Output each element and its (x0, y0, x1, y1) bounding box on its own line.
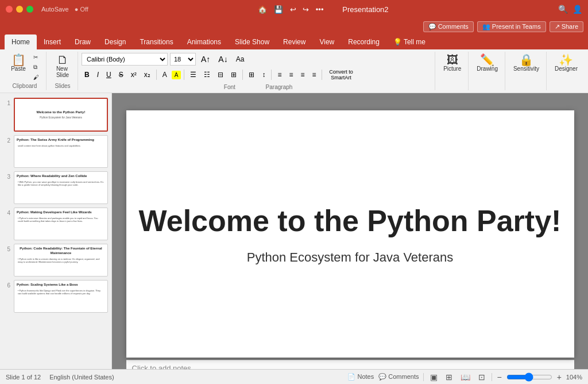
font-size-select[interactable]: 18 (170, 53, 196, 66)
paste-button[interactable]: 📋 Paste (8, 53, 29, 73)
copy-button[interactable]: ⧉ (31, 63, 41, 72)
window-controls[interactable]: AutoSave ● Off (6, 6, 88, 13)
tab-slideshow[interactable]: Slide Show (228, 34, 276, 49)
underline-button[interactable]: U (103, 70, 114, 80)
slide-info: Slide 1 of 12 (6, 374, 41, 381)
align-left-button[interactable]: ≡ (274, 70, 284, 80)
bold-button[interactable]: B (82, 70, 92, 80)
slide-thumb-5[interactable]: 5 Python: Code Readability: The Fountain… (3, 244, 108, 277)
tab-review[interactable]: Review (276, 34, 312, 49)
italic-button[interactable]: I (94, 70, 102, 80)
status-divider2 (492, 373, 492, 381)
tab-transitions[interactable]: Transitions (133, 34, 180, 49)
reading-view-button[interactable]: 📖 (459, 372, 472, 382)
slide-image-3: Python: Where Readability and Zen Collid… (14, 171, 108, 204)
zoom-in-button[interactable]: + (557, 373, 562, 382)
decrease-font-button[interactable]: A↓ (215, 53, 230, 65)
maximize-button[interactable] (26, 6, 33, 13)
zoom-out-button[interactable]: − (497, 373, 501, 382)
tab-home[interactable]: Home (5, 34, 37, 49)
superscript-button[interactable]: x² (128, 70, 140, 80)
ribbon-content: 📋 Paste ✂ ⧉ 🖌 Clipboard 🗋 NewSlide (0, 49, 588, 93)
new-slide-button[interactable]: 🗋 NewSlide (52, 53, 73, 79)
share-button[interactable]: ↗ Share (550, 21, 583, 32)
font-family-select[interactable]: Calibri (Body) (82, 53, 168, 66)
tab-draw[interactable]: Draw (68, 34, 98, 49)
app-title: 🏠 💾 ↩ ↪ ••• Presentation2 (88, 5, 558, 14)
slide-thumb-3[interactable]: 3 Python: Where Readability and Zen Coll… (3, 171, 108, 204)
slides-group: 🗋 NewSlide Slides (48, 52, 78, 90)
designer-group: ✨ Designer (548, 52, 585, 90)
picture-icon: 🖼 (447, 54, 458, 66)
justify-button[interactable]: ≡ (309, 70, 319, 80)
subscript-button[interactable]: x₂ (141, 70, 153, 80)
comments-status-button[interactable]: 💬 Comments (378, 373, 419, 381)
sensitivity-button[interactable]: 🔒 Sensitivity (511, 53, 541, 73)
tab-recording[interactable]: Recording (341, 34, 386, 49)
slide-sorter-button[interactable]: ⊞ (444, 372, 454, 382)
decrease-indent-button[interactable]: ⊟ (215, 70, 226, 80)
slide-thumb-1[interactable]: 1 Welcome to the Python Party! Python Ec… (3, 98, 108, 132)
strikethrough-button[interactable]: S (116, 70, 126, 80)
designer-button[interactable]: ✨ Designer (552, 53, 580, 73)
title-bar: AutoSave ● Off 🏠 💾 ↩ ↪ ••• Presentation2… (0, 0, 588, 18)
format-painter-button[interactable]: 🖌 (31, 73, 41, 82)
drawing-button[interactable]: ✏️ Drawing (474, 53, 500, 73)
autosave-off[interactable]: ● Off (75, 6, 88, 13)
line-spacing-button[interactable]: ↕ (259, 70, 268, 80)
font-para-group: Calibri (Body) 18 A↑ A↓ Aa B I U S x² x₂… (79, 52, 435, 90)
slide-main-title: Welcome to the Python Party! (139, 203, 562, 239)
zoom-level[interactable]: 104% (566, 374, 582, 381)
zoom-slider[interactable] (506, 373, 552, 382)
top-action-area: 💬 Comments 👥 Present in Teams ↗ Share (0, 18, 588, 34)
increase-indent-button[interactable]: ⊞ (228, 70, 239, 80)
cut-button[interactable]: ✂ (31, 53, 41, 62)
language-info: English (United States) (49, 374, 114, 381)
tab-design[interactable]: Design (98, 34, 133, 49)
slide-thumb-4[interactable]: 4 Python: Making Developers Feel Like Wi… (3, 208, 108, 240)
slide-image-1: Welcome to the Python Party! Python Ecos… (14, 98, 108, 132)
tab-view[interactable]: View (312, 34, 341, 49)
slide-canvas[interactable]: Welcome to the Python Party! Python Ecos… (126, 110, 574, 358)
minimize-button[interactable] (16, 6, 23, 13)
text-highlight-button[interactable]: A (172, 71, 181, 79)
teams-icon: 👥 (482, 23, 490, 30)
divider2 (184, 70, 184, 80)
tab-insert[interactable]: Insert (37, 34, 68, 49)
format-painter-icon: 🖌 (33, 74, 39, 80)
slide-image-2: Python: The Swiss Army Knife of Programm… (14, 135, 108, 168)
normal-view-button[interactable]: ▣ (428, 372, 439, 382)
columns-button[interactable]: ⊞ (246, 70, 257, 80)
slide-thumb-6[interactable]: 6 Python: Scaling Systems Like a Boss • … (3, 280, 108, 313)
picture-button[interactable]: 🖼 Picture (441, 53, 463, 73)
profile-icon[interactable]: 👤 (572, 5, 582, 14)
slide-thumb-2[interactable]: 2 Python: The Swiss Army Knife of Progra… (3, 135, 108, 168)
convert-smartart-button[interactable]: Convert to SmartArt (325, 68, 357, 82)
drawing-icon: ✏️ (480, 54, 494, 66)
close-button[interactable] (6, 6, 13, 13)
slide-panel[interactable]: 1 Welcome to the Python Party! Python Ec… (0, 93, 112, 384)
tab-tell-me[interactable]: 💡 Tell me (386, 34, 432, 49)
notes-button[interactable]: 📄 Notes (347, 373, 374, 381)
align-center-button[interactable]: ≡ (286, 70, 296, 80)
divider4 (271, 70, 272, 80)
divider (156, 70, 157, 80)
present-in-teams-button[interactable]: 👥 Present in Teams (477, 21, 546, 32)
new-slide-icon: 🗋 (57, 54, 68, 66)
sensitivity-group: 🔒 Sensitivity (506, 52, 547, 90)
status-bar: Slide 1 of 12 English (United States) 📄 … (0, 369, 588, 384)
clear-format-button[interactable]: Aa (233, 54, 247, 64)
align-right-button[interactable]: ≡ (297, 70, 307, 80)
search-icon[interactable]: 🔍 (558, 5, 568, 14)
clipboard-group: 📋 Paste ✂ ⧉ 🖌 Clipboard (3, 52, 47, 90)
numbering-button[interactable]: ☷ (201, 70, 213, 80)
divider5 (322, 70, 322, 80)
bullets-button[interactable]: ☰ (187, 70, 199, 80)
presenter-view-button[interactable]: ⊡ (477, 372, 487, 382)
comments-button[interactable]: 💬 Comments (423, 21, 474, 32)
increase-font-button[interactable]: A↑ (198, 53, 213, 65)
tab-animations[interactable]: Animations (180, 34, 228, 49)
font-color-button[interactable]: A (160, 70, 170, 80)
status-divider (423, 373, 424, 381)
lightbulb-icon: 💡 (393, 38, 402, 46)
